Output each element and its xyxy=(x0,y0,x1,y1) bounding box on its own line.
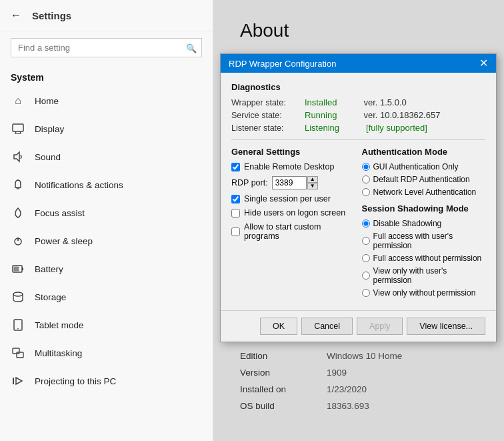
power-icon xyxy=(11,234,25,248)
sidebar-item-focus[interactable]: Focus assist xyxy=(0,199,213,227)
sidebar-item-display[interactable]: Display xyxy=(0,115,213,143)
auth-option-0[interactable]: GUI Authentication Only xyxy=(362,162,486,171)
general-settings-col: General Settings Enable Remote Desktop R… xyxy=(231,147,355,301)
display-icon xyxy=(11,121,25,136)
shadow-label-1: Full access with user's permission xyxy=(373,232,486,250)
auth-radio-2[interactable] xyxy=(362,188,370,196)
shadow-option-4[interactable]: View only without permission xyxy=(362,288,486,298)
shadow-radio-1[interactable] xyxy=(362,237,370,245)
sidebar-item-battery[interactable]: Battery xyxy=(0,255,213,283)
listener-status: [fully supported] xyxy=(366,123,427,133)
wrapper-version: ver. 1.5.0.0 xyxy=(363,97,406,107)
shadow-option-1[interactable]: Full access with user's permission xyxy=(362,232,486,250)
service-version: ver. 10.0.18362.657 xyxy=(363,110,440,120)
system-label: System xyxy=(0,64,213,87)
enable-rdp-checkbox[interactable] xyxy=(231,163,240,171)
hide-users-checkbox[interactable] xyxy=(231,209,240,217)
service-state-row: Service state: Running ver. 10.0.18362.6… xyxy=(231,110,485,120)
svg-point-11 xyxy=(13,292,23,296)
sidebar-item-sound[interactable]: Sound xyxy=(0,143,213,171)
main-content: About Windows specifications Edition Win… xyxy=(213,0,504,441)
allow-custom-label[interactable]: Allow to start custom programs xyxy=(231,222,355,241)
shadow-label-3: View only with user's permission xyxy=(373,266,486,285)
single-session-label[interactable]: Single session per user xyxy=(231,194,331,203)
single-session-text: Single session per user xyxy=(244,194,331,203)
sidebar-item-notifications[interactable]: Notifications & actions xyxy=(0,171,213,199)
auth-radio-0[interactable] xyxy=(362,163,370,171)
rdp-port-row: RDP port: ▲ ▼ xyxy=(231,176,355,189)
apply-button[interactable]: Apply xyxy=(357,318,403,335)
auth-radio-1[interactable] xyxy=(362,175,370,183)
hide-users-row: Hide users on logon screen xyxy=(231,208,355,217)
sidebar-item-label: Projecting to this PC xyxy=(35,376,116,386)
allow-custom-text: Allow to start custom programs xyxy=(244,222,355,241)
sidebar-item-tablet[interactable]: Tablet mode xyxy=(0,311,213,339)
svg-marker-16 xyxy=(16,378,22,384)
shadow-label-2: Full access without permission xyxy=(373,254,482,263)
shadow-option-2[interactable]: Full access without permission xyxy=(362,254,486,263)
svg-rect-10 xyxy=(14,267,19,272)
shadow-option-0[interactable]: Disable Shadowing xyxy=(362,219,486,228)
enable-rdp-label[interactable]: Enable Remote Desktop xyxy=(231,162,335,171)
modal-footer: OK Cancel Apply View license... xyxy=(221,310,496,342)
modal-close-button[interactable]: ✕ xyxy=(479,58,488,69)
storage-icon xyxy=(11,290,25,304)
allow-custom-row: Allow to start custom programs xyxy=(231,222,355,241)
enable-rdp-row: Enable Remote Desktop xyxy=(231,162,355,171)
divider xyxy=(231,139,485,140)
sidebar-item-label: Display xyxy=(35,124,64,134)
svg-point-13 xyxy=(17,328,19,330)
sidebar: ← Settings 🔍 System ⌂ Home Display Sound… xyxy=(0,0,213,441)
sidebar-item-label: Home xyxy=(35,96,59,106)
sound-icon xyxy=(11,149,25,164)
hide-users-label[interactable]: Hide users on logon screen xyxy=(231,208,345,217)
notifications-icon xyxy=(11,177,25,192)
auth-option-2[interactable]: Network Level Authentication xyxy=(362,187,486,197)
rdp-config-modal: RDP Wrapper Configuration ✕ Diagnostics … xyxy=(220,53,497,342)
general-header: General Settings xyxy=(231,147,355,157)
sidebar-item-label: Notifications & actions xyxy=(35,180,123,190)
single-session-row: Single session per user xyxy=(231,194,355,203)
modal-body: Diagnostics Wrapper state: Installed ver… xyxy=(221,73,496,310)
hide-users-text: Hide users on logon screen xyxy=(244,208,345,217)
sidebar-title: Settings xyxy=(32,10,71,21)
shadow-radio-2[interactable] xyxy=(362,254,370,262)
sidebar-item-projecting[interactable]: Projecting to this PC xyxy=(0,367,213,395)
diagnostics-header: Diagnostics xyxy=(231,82,485,92)
battery-icon xyxy=(11,262,25,276)
wrapper-state-row: Wrapper state: Installed ver. 1.5.0.0 xyxy=(231,97,485,107)
modal-overlay: RDP Wrapper Configuration ✕ Diagnostics … xyxy=(213,0,504,441)
shadow-option-3[interactable]: View only with user's permission xyxy=(362,266,486,285)
listener-state-row: Listener state: Listening [fully support… xyxy=(231,123,485,133)
listener-state-value: Listening xyxy=(305,123,339,133)
enable-rdp-text: Enable Remote Desktop xyxy=(244,162,335,171)
settings-columns: General Settings Enable Remote Desktop R… xyxy=(231,147,485,301)
auth-label-1: Default RDP Authentication xyxy=(373,175,470,184)
sidebar-item-power[interactable]: Power & sleep xyxy=(0,227,213,255)
modal-title-bar: RDP Wrapper Configuration ✕ xyxy=(221,54,496,73)
focus-icon xyxy=(11,205,25,220)
view-license-button[interactable]: View license... xyxy=(407,318,485,335)
shadow-radio-3[interactable] xyxy=(362,272,370,280)
allow-custom-checkbox[interactable] xyxy=(231,228,240,236)
port-increment-button[interactable]: ▲ xyxy=(307,176,318,183)
sidebar-item-label: Multitasking xyxy=(35,348,82,358)
sidebar-item-multitasking[interactable]: Multitasking xyxy=(0,339,213,367)
service-state-value: Running xyxy=(305,110,337,120)
port-decrement-button[interactable]: ▼ xyxy=(307,183,318,189)
back-button[interactable]: ← xyxy=(11,9,21,21)
ok-button[interactable]: OK xyxy=(260,318,297,335)
search-input[interactable] xyxy=(11,38,202,57)
auth-option-1[interactable]: Default RDP Authentication xyxy=(362,175,486,184)
svg-rect-9 xyxy=(22,268,23,270)
wrapper-state-value: Installed xyxy=(305,97,337,107)
sidebar-item-label: Tablet mode xyxy=(35,320,84,330)
cancel-button[interactable]: Cancel xyxy=(301,318,353,335)
modal-title: RDP Wrapper Configuration xyxy=(229,59,336,69)
shadow-radio-0[interactable] xyxy=(362,219,370,228)
sidebar-item-storage[interactable]: Storage xyxy=(0,283,213,311)
rdp-port-input[interactable] xyxy=(272,176,307,189)
shadow-radio-4[interactable] xyxy=(362,289,370,297)
sidebar-item-home[interactable]: ⌂ Home xyxy=(0,87,213,115)
single-session-checkbox[interactable] xyxy=(231,195,240,203)
